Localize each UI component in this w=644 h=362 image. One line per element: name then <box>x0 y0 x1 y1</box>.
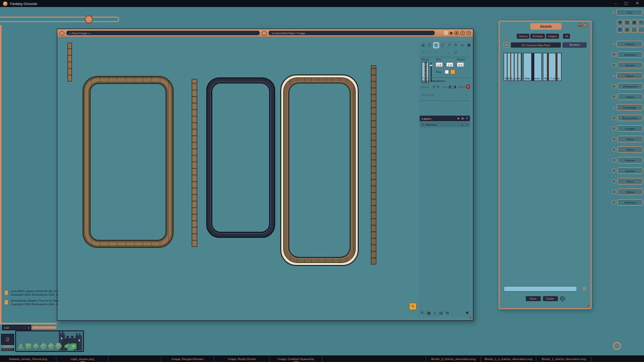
store-button[interactable]: Store <box>526 296 541 301</box>
sidebar-item-icon[interactable] <box>612 137 616 141</box>
circle-tool-icon[interactable]: ○ <box>440 50 445 55</box>
pan-tool-icon[interactable]: ◍ <box>420 42 426 48</box>
flip-vertical-button[interactable]: ◨ <box>453 85 456 89</box>
sidebar-item-label[interactable]: Characters <box>617 83 643 89</box>
sidebar-item-label[interactable]: Notes <box>617 94 643 100</box>
move-button[interactable]: ↔ <box>631 27 637 33</box>
tab-all[interactable]: All <box>563 34 570 39</box>
brush-slider-handle[interactable] <box>429 64 433 66</box>
sidebar-item-icon[interactable] <box>612 158 616 162</box>
tab-tokens[interactable]: Tokens <box>517 34 529 39</box>
asset-wall-7-brush[interactable]: Wall_7_brush. <box>543 53 561 81</box>
window-button[interactable]: ⊞ <box>617 27 623 33</box>
sidebar-item-icon[interactable] <box>612 147 616 152</box>
draw-button[interactable]: ✎ <box>638 20 644 26</box>
paint-tool-icon[interactable]: ✎ <box>433 42 439 48</box>
window-handle-icon[interactable] <box>262 31 267 36</box>
taskbar-item-light-stream[interactable]: Light_stream.png <box>56 356 109 362</box>
close-window-button[interactable]: ✕ <box>583 23 587 27</box>
modifier-ruler[interactable] <box>1 348 14 351</box>
asset-filter-stack-icon[interactable]: ≣ <box>582 286 586 292</box>
window-resize-handle[interactable]: ◢ <box>468 315 471 319</box>
brushes-filter-button[interactable]: Brushes <box>562 42 587 48</box>
image-title-new[interactable]: « New Image » <box>66 31 260 35</box>
paint-mode-badge-icon[interactable]: ✎ <box>409 303 417 310</box>
chat-entry-bar[interactable] <box>32 326 56 329</box>
folder-button[interactable]: Folder <box>543 296 558 301</box>
sidebar-item-icon[interactable] <box>612 190 616 194</box>
minimize-window-button[interactable]: ◉ <box>454 31 459 35</box>
pin-window-button[interactable]: ◉ <box>578 23 582 27</box>
add-layer-icon[interactable]: ▦ <box>427 311 431 316</box>
sidebar-item-label[interactable]: Items <box>617 136 643 142</box>
d4-die[interactable] <box>18 343 24 349</box>
maximize-button[interactable]: ▢ <box>624 0 628 7</box>
modifier-box[interactable]: 0 <box>1 334 14 345</box>
radial-menu-button[interactable]: ◉ <box>449 31 453 36</box>
sidebar-item-label[interactable]: NPCs <box>617 146 643 153</box>
elevation-tool-icon[interactable]: ⇧ <box>446 42 452 48</box>
rect-tool-icon[interactable]: ▭ <box>434 50 438 55</box>
sidebar-item-label[interactable]: Campaign <box>616 104 643 111</box>
taskbar-item-books-1-1[interactable]: Books_1_1_interior_decoration.png <box>481 356 536 362</box>
refresh-button[interactable]: ↻ <box>560 296 565 301</box>
sidebar-header-tool-button[interactable]: Tool <box>616 9 643 16</box>
size-width-input[interactable] <box>436 62 443 67</box>
dice-shortcut-button[interactable]: ⚅ <box>444 31 448 36</box>
eraser-tool-icon[interactable]: ▨ <box>453 50 458 55</box>
layer-visible-icon[interactable]: ◉ <box>461 123 463 126</box>
layer-effects-icon[interactable]: ƒ <box>434 311 436 316</box>
flip-horizontal-button[interactable]: ◧ <box>449 85 452 89</box>
sidebar-item-label[interactable]: Player <box>616 72 643 79</box>
tab-images[interactable]: Images <box>546 34 559 39</box>
d6-die[interactable] <box>25 343 32 349</box>
image-title-map[interactable]: Unidentified Map / Image <box>269 31 435 35</box>
polygon-tool-icon[interactable]: △ <box>447 50 451 55</box>
sidebar-item-icon[interactable] <box>612 168 616 173</box>
d20-die[interactable] <box>55 343 62 349</box>
layer-edit-icon[interactable]: ✎ <box>422 123 424 126</box>
taskbar-item-shadow-stream[interactable]: Shadow_stream_Round.png <box>0 356 56 362</box>
los-tool-icon[interactable]: ∞ <box>459 42 465 48</box>
sidebar-item-icon[interactable] <box>612 200 616 205</box>
d8-die[interactable] <box>33 343 39 349</box>
rotate-cw-button[interactable]: ↻ <box>437 85 440 89</box>
asset-wall-6-brush[interactable]: Wall_6_brush. <box>523 53 542 81</box>
sidebar-item-icon[interactable] <box>612 63 616 67</box>
size-height-input[interactable] <box>446 62 453 67</box>
folder-icon[interactable]: ▤ <box>439 311 443 316</box>
chat-window-knob[interactable] <box>85 15 93 24</box>
tiles-brush-swatch[interactable] <box>450 69 455 74</box>
image-window-titlebar[interactable]: « New Image » Unidentified Map / Image ⚅… <box>57 29 473 37</box>
sidebar-item-label[interactable]: Quests <box>617 167 643 174</box>
sidebar-item-label[interactable]: Story <box>617 178 643 185</box>
sidebar-item-label[interactable]: Assets <box>617 62 643 68</box>
close-button[interactable]: ✕ <box>635 0 639 7</box>
asset-search-input[interactable] <box>504 286 577 292</box>
effects-tool-icon[interactable]: ƒ <box>440 42 446 48</box>
assets-window-title[interactable]: Assets <box>530 23 561 30</box>
pin-window-button[interactable]: ✕ <box>460 31 465 35</box>
chat-window-collapsed-bar[interactable] <box>0 17 119 22</box>
close-window-button[interactable]: ✕ <box>466 31 471 35</box>
window-resize-handle[interactable]: ◢ <box>587 303 590 308</box>
lighting-tool-icon[interactable]: ☀ <box>453 42 459 48</box>
sidebar-item-label[interactable]: Tables <box>617 189 643 195</box>
eye-icon[interactable]: ◉ <box>457 116 459 121</box>
options-button[interactable]: ◌ <box>638 27 644 33</box>
sidebar-item-label[interactable]: Images <box>617 125 643 132</box>
sidebar-item-label[interactable]: Modules <box>617 51 643 58</box>
grid-tool-icon[interactable]: ▦ <box>466 42 472 48</box>
sidebar-item-icon[interactable] <box>612 95 616 99</box>
add-die-button[interactable]: + <box>70 343 76 349</box>
module-select-button[interactable]: FG Victorian Map Pack <box>511 42 561 48</box>
chevron-down-icon[interactable]: ▾ <box>612 42 615 46</box>
chevron-down-icon[interactable]: ▾ <box>612 74 615 77</box>
lock-icon[interactable]: ⊡ <box>466 116 468 121</box>
close-all-button[interactable]: ✖ <box>617 20 623 26</box>
sidebar-item-label[interactable]: Encounters <box>617 115 643 121</box>
sidebar-collapse-button[interactable]: ▷ <box>613 342 621 350</box>
rotate-input[interactable] <box>457 62 464 67</box>
brush-tool-icon[interactable]: ✎ <box>421 311 424 316</box>
sidebar-item-icon[interactable] <box>612 52 616 57</box>
